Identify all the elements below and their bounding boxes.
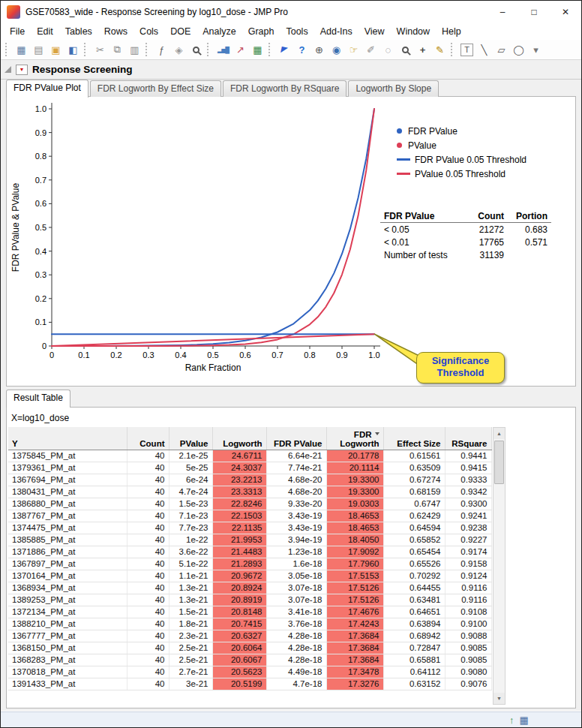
toolbar-grip[interactable] <box>84 43 89 56</box>
result-row[interactable]: 1367777_PM_at402.3e-2120.63274.28e-1817.… <box>8 630 491 642</box>
column-header-fdr-pvalue[interactable]: FDR PValue <box>266 427 326 450</box>
lasso-icon[interactable]: ◌ <box>380 42 396 58</box>
menu-rows[interactable]: Rows <box>98 25 134 38</box>
tab-fdr-logworth-by-effect-size[interactable]: FDR Logworth By Effect Size <box>90 80 221 97</box>
result-row[interactable]: 1374475_PM_at407.7e-2322.11353.43e-1918.… <box>8 522 491 534</box>
brush-icon[interactable]: ✐ <box>363 42 379 58</box>
menu-cols[interactable]: Cols <box>134 25 164 38</box>
result-row[interactable]: 1370818_PM_at402.7e-2120.56234.49e-1817.… <box>8 666 491 678</box>
scroll-down-arrow-icon[interactable]: ▼ <box>494 693 505 704</box>
menu-edit[interactable]: Edit <box>31 25 59 38</box>
tab-fdr-pvalue-plot[interactable]: FDR PValue Plot <box>6 80 88 98</box>
outline-disclosure-icon[interactable] <box>4 66 11 73</box>
tab-logworth-by-slope[interactable]: Logworth By Slope <box>348 80 439 97</box>
tab-result-table[interactable]: Result Table <box>6 390 70 408</box>
save-icon[interactable]: ◧ <box>65 42 81 58</box>
menu-graph[interactable]: Graph <box>242 25 280 38</box>
fit-y-by-x-icon[interactable]: ↗ <box>232 42 248 58</box>
hand-icon[interactable]: ☞ <box>346 42 362 58</box>
arrow-cursor-icon[interactable]: ◤ <box>277 42 292 58</box>
menu-file[interactable]: File <box>4 25 31 38</box>
data-table-grid-icon[interactable]: ▦ <box>520 714 529 726</box>
result-row[interactable]: 1388210_PM_at401.8e-2120.74153.76e-1817.… <box>8 618 491 630</box>
result-row[interactable]: 1371886_PM_at403.6e-2221.44831.23e-1817.… <box>8 546 491 558</box>
result-row[interactable]: 1380431_PM_at404.7e-2423.33134.68e-2019.… <box>8 486 491 498</box>
menu-addins[interactable]: Add-Ins <box>314 25 358 38</box>
table-cell: 0.9124 <box>445 570 491 582</box>
column-header-pvalue[interactable]: PValue <box>169 427 212 450</box>
scroll-to-top-icon[interactable]: ↑ <box>509 714 514 726</box>
menu-view[interactable]: View <box>358 25 391 38</box>
lock-icon[interactable]: ◈ <box>171 42 187 58</box>
globe-icon[interactable]: ◉ <box>328 42 344 58</box>
zoom-icon[interactable] <box>398 42 413 58</box>
menu-doe[interactable]: DOE <box>164 25 196 38</box>
result-row[interactable]: 1385885_PM_at401e-2221.99533.94e-1918.40… <box>8 534 491 546</box>
result-row[interactable]: 1368934_PM_at401.3e-2120.89243.07e-1817.… <box>8 582 491 594</box>
column-header-logworth[interactable]: Logworth <box>212 427 266 450</box>
distribution-icon[interactable]: ▂▅█ <box>215 42 231 58</box>
menu-analyze[interactable]: Analyze <box>196 25 242 38</box>
toolbar-grip[interactable] <box>207 43 212 56</box>
result-row[interactable]: 1367897_PM_at405.1e-2221.28931.6e-1817.7… <box>8 558 491 570</box>
table-cell: 0.68942 <box>383 630 445 642</box>
red-triangle-menu-button[interactable]: ▼ <box>16 65 28 75</box>
menu-help[interactable]: Help <box>436 25 467 38</box>
column-header-effect-size[interactable]: Effect Size <box>383 427 445 450</box>
result-row[interactable]: 1387767_PM_at407.1e-2322.15033.43e-1918.… <box>8 510 491 522</box>
menu-tools[interactable]: Tools <box>280 25 314 38</box>
search-icon[interactable] <box>188 42 204 58</box>
paste-icon[interactable]: ▥ <box>127 42 142 58</box>
new-journal-icon[interactable]: ▤ <box>31 42 46 58</box>
plus-icon[interactable]: + <box>415 42 430 58</box>
column-header-y[interactable]: Y <box>8 427 127 450</box>
toolbar-grip[interactable] <box>5 43 10 56</box>
tabulate-icon[interactable]: ▦ <box>250 42 266 58</box>
result-row[interactable]: 1379361_PM_at405e-2524.30377.74e-2120.11… <box>8 462 491 474</box>
menu-tables[interactable]: Tables <box>59 25 98 38</box>
close-button[interactable]: ✕ <box>550 1 581 23</box>
result-row[interactable]: 1375845_PM_at402.1e-2524.67116.64e-2120.… <box>8 450 491 462</box>
table-cell: 0.70292 <box>383 570 445 582</box>
table-cell: 0.9080 <box>445 666 491 678</box>
result-row[interactable]: 1372134_PM_at401.5e-2120.81483.41e-1817.… <box>8 606 491 618</box>
line-tool-icon[interactable]: ╲ <box>476 42 492 58</box>
copy-icon[interactable]: ⧉ <box>110 42 125 58</box>
toolbar-overflow-icon[interactable]: ▾ <box>528 42 544 58</box>
cut-icon[interactable]: ✂ <box>92 42 108 58</box>
open-icon[interactable]: ▣ <box>48 42 64 58</box>
result-row[interactable]: 1368283_PM_at402.5e-2120.60674.28e-1817.… <box>8 654 491 666</box>
result-row[interactable]: 1370164_PM_at401.1e-2120.96723.05e-1817.… <box>8 570 491 582</box>
graph-tab-strip: FDR PValue PlotFDR Logworth By Effect Si… <box>6 81 440 97</box>
minimize-button[interactable]: – <box>487 1 518 23</box>
maximize-button[interactable]: □ <box>518 1 550 23</box>
toolbar-grip[interactable] <box>268 43 274 56</box>
chart-legend: FDR PValuePValueFDR PValue 0.05 Threshol… <box>397 124 526 181</box>
menu-window[interactable]: Window <box>391 25 436 38</box>
result-row[interactable]: 1389253_PM_at401.3e-2120.89193.07e-1817.… <box>8 594 491 606</box>
annotate-icon[interactable]: T <box>460 44 473 56</box>
toolbar-grip[interactable] <box>146 43 151 56</box>
result-row[interactable]: 1368150_PM_at402.5e-2120.60644.28e-1817.… <box>8 642 491 654</box>
pencil-icon[interactable]: ✎ <box>432 42 448 58</box>
new-data-table-icon[interactable]: ▦ <box>14 42 29 58</box>
table-cell: 0.9085 <box>445 642 491 654</box>
vertical-scrollbar[interactable]: ▲ ▼ <box>493 427 506 705</box>
significance-threshold-callout[interactable]: Significance Threshold <box>416 352 505 384</box>
scrollbar-thumb[interactable] <box>494 441 504 484</box>
result-row[interactable]: 1367694_PM_at406e-2423.22134.68e-2019.33… <box>8 474 491 486</box>
result-row[interactable]: 1386880_PM_at401.5e-2322.82469.33e-2019.… <box>8 498 491 510</box>
tab-fdr-logworth-by-rsquare[interactable]: FDR Logworth By RSquare <box>223 80 346 97</box>
crosshair-icon[interactable]: ⊕ <box>311 42 327 58</box>
column-header-rsquare[interactable]: RSquare <box>445 427 491 450</box>
table-cell: 1371886_PM_at <box>8 546 127 558</box>
result-row[interactable]: 1391433_PM_at403e-2120.51994.7e-1817.327… <box>8 678 491 690</box>
polygon-tool-icon[interactable]: ▱ <box>494 42 509 58</box>
column-header-count[interactable]: Count <box>127 427 169 450</box>
script-icon[interactable]: ƒ <box>154 42 170 58</box>
help-icon[interactable]: ? <box>294 42 310 58</box>
toolbar-grip[interactable] <box>451 43 456 56</box>
oval-tool-icon[interactable]: ◯ <box>511 42 526 58</box>
column-header-fdr-logworth[interactable]: FDRLogworth <box>326 427 383 450</box>
scroll-up-arrow-icon[interactable]: ▲ <box>494 428 505 439</box>
